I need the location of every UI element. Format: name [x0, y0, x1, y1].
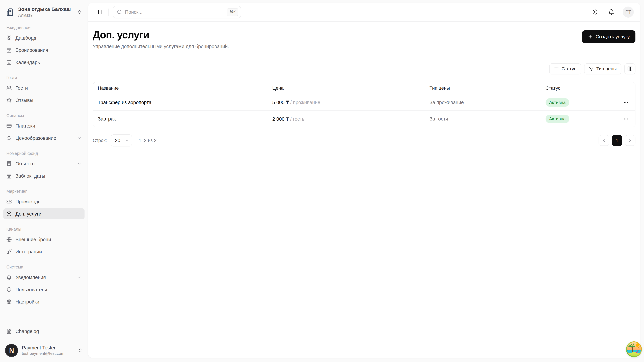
bell-icon	[6, 275, 12, 280]
column-header-price: Цена	[268, 82, 425, 94]
credit-card-icon	[6, 123, 12, 129]
sidebar-item-guests[interactable]: Гости	[3, 82, 84, 93]
sidebar-item-users[interactable]: Пользователи	[3, 284, 84, 295]
sidebar-item-label: Гости	[16, 85, 28, 91]
chevron-down-icon	[77, 136, 82, 140]
ellipsis-icon	[623, 116, 628, 121]
status-filter-button[interactable]: Статус	[549, 63, 581, 74]
notifications-button[interactable]	[606, 7, 616, 17]
sidebar-item-payments[interactable]: Платежи	[3, 120, 84, 131]
sidebar-item-reviews[interactable]: Отзывы	[3, 95, 84, 106]
plug-icon	[6, 249, 12, 254]
star-icon	[6, 97, 12, 103]
calendar-x-icon	[6, 173, 12, 179]
sidebar-item-external-bookings[interactable]: Внешние брони	[3, 234, 84, 245]
column-settings-button[interactable]	[624, 63, 636, 74]
chevrons-up-down-icon	[77, 9, 82, 14]
next-page-button[interactable]	[625, 135, 636, 146]
column-header-status: Статус	[541, 82, 606, 94]
building-icon	[6, 161, 12, 166]
package-icon	[6, 211, 12, 217]
filter-row: Статус Тип цены	[93, 63, 636, 74]
create-service-label: Создать услугу	[596, 34, 630, 39]
sidebar-item-extra-services[interactable]: Доп. услуги	[3, 208, 84, 219]
column-header-actions	[606, 82, 635, 94]
sidebar-item-label: Пользователи	[16, 287, 47, 293]
sidebar-nav: Ежедневное Дашборд Бронирования Календар…	[3, 22, 84, 326]
sidebar-item-settings[interactable]: Настройки	[3, 296, 84, 307]
sidebar-item-label: Календарь	[16, 60, 40, 65]
sidebar-toggle-button[interactable]	[94, 7, 104, 17]
main-panel: ⌘K PT Доп. услуги Управление дополнитель…	[88, 3, 640, 358]
sidebar-item-notifications[interactable]: Уведомления	[3, 272, 84, 283]
page-title: Доп. услуги	[93, 29, 229, 41]
nav-section-marketing: Маркетинг	[3, 189, 84, 194]
org-name: Зона отдыха Балхаш	[18, 6, 71, 12]
sidebar-item-bookings[interactable]: Бронирования	[3, 44, 84, 56]
sidebar-item-label: Доп. услуги	[16, 211, 42, 217]
sun-icon	[592, 9, 598, 15]
gear-icon	[6, 299, 12, 305]
user-name: Payment Tester	[22, 345, 74, 351]
price-type-filter-button[interactable]: Тип цены	[584, 63, 621, 74]
previous-page-button[interactable]	[598, 135, 609, 146]
page-number-button[interactable]: 1	[612, 135, 622, 146]
chevrons-up-down-icon	[78, 348, 83, 353]
sidebar-item-calendar[interactable]: Календарь	[3, 57, 84, 68]
pagination-range: 1–2 из 2	[139, 138, 156, 143]
chevron-down-icon	[77, 162, 82, 166]
service-name: Трансфер из аэропорта	[98, 100, 152, 105]
rows-per-page-select[interactable]: 20	[111, 134, 132, 146]
sidebar-item-changelog[interactable]: Changelog	[3, 326, 84, 337]
sidebar-item-label: Дашборд	[16, 35, 36, 41]
table-row[interactable]: Завтрак 2 000 ₸ / гость За гостя Активна	[93, 111, 635, 127]
column-header-name: Название	[93, 82, 268, 94]
rows-per-page-label: Строк:	[93, 138, 107, 143]
sidebar-item-objects[interactable]: Объекты	[3, 158, 84, 169]
search-box[interactable]: ⌘K	[113, 6, 241, 18]
search-shortcut-badge: ⌘K	[227, 8, 238, 16]
sidebar-item-pricing[interactable]: Ценообразование	[3, 133, 84, 144]
table-row[interactable]: Трансфер из аэропорта 5 000 ₸ / проживан…	[93, 94, 635, 111]
topbar: ⌘K PT	[88, 3, 640, 22]
service-price-type: За гостя	[430, 116, 448, 121]
service-price: 2 000 ₸	[272, 116, 289, 122]
chevron-down-icon	[77, 275, 82, 280]
sidebar-item-label: Интеграции	[16, 249, 42, 255]
topbar-divider	[108, 8, 108, 15]
shield-icon	[6, 287, 12, 292]
create-service-button[interactable]: Создать услугу	[582, 30, 636, 43]
page-header: Доп. услуги Управление дополнительными у…	[88, 22, 640, 57]
sidebar-item-dashboard[interactable]: Дашборд	[3, 32, 84, 43]
service-name: Завтрак	[98, 116, 116, 121]
sidebar-item-label: Объекты	[16, 161, 36, 167]
service-price: 5 000 ₸	[272, 100, 289, 105]
panel-left-icon	[96, 9, 102, 15]
sidebar-item-label: Отзывы	[16, 97, 33, 103]
sidebar-item-label: Настройки	[16, 299, 39, 305]
funnel-icon	[589, 66, 594, 71]
calendar-icon	[6, 60, 12, 65]
plus-icon	[588, 34, 593, 39]
user-email: test-payment@test.com	[22, 351, 74, 356]
theme-toggle-button[interactable]	[590, 7, 600, 17]
service-price-type: За проживание	[430, 100, 464, 105]
user-menu[interactable]: N Payment Tester test-payment@test.com	[3, 341, 84, 357]
sidebar-item-blocked-dates[interactable]: Заблок. даты	[3, 170, 84, 182]
sliders-icon	[554, 66, 559, 71]
org-switcher[interactable]: Зона отдыха Балхаш Алматы	[3, 4, 84, 20]
sidebar-item-label: Заблок. даты	[16, 173, 45, 179]
row-actions-button[interactable]	[622, 98, 630, 107]
nav-section-finance: Финансы	[3, 113, 84, 118]
ticket-icon	[6, 199, 12, 204]
sidebar-item-integrations[interactable]: Интеграции	[3, 246, 84, 257]
globe-icon	[6, 237, 12, 242]
search-input[interactable]	[125, 9, 224, 15]
sidebar-item-promocodes[interactable]: Промокоды	[3, 196, 84, 207]
users-icon	[6, 85, 12, 91]
row-actions-button[interactable]	[622, 115, 630, 123]
beach-logo-icon	[626, 341, 642, 358]
topbar-avatar[interactable]: PT	[623, 6, 634, 17]
table-header-row: Название Цена Тип цены Статус	[93, 82, 635, 94]
beach-logo-widget[interactable]	[626, 341, 642, 358]
